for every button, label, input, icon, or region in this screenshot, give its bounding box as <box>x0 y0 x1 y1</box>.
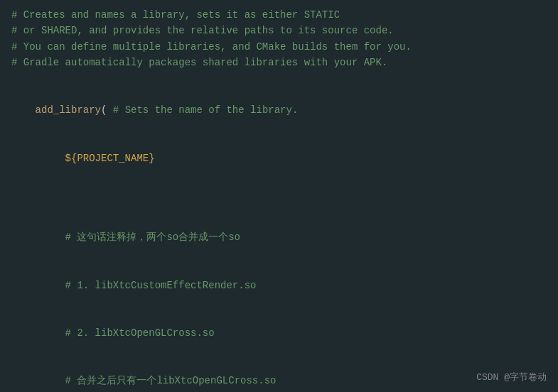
code-line-8: # 1. libXtcCustomEffectRender.so <box>11 261 547 309</box>
keyword-add-library: add_library <box>36 104 101 116</box>
code-line-2: # or SHARED, and provides the relative p… <box>11 23 547 38</box>
comment-text-1: # Creates and names a library, sets it a… <box>11 9 340 21</box>
code-line-7: # 这句话注释掉，两个so合并成一个so <box>11 214 547 261</box>
blank-line-2b <box>11 198 547 214</box>
paren-open: ( <box>101 104 113 116</box>
code-line-1: # Creates and names a library, sets it a… <box>11 7 547 23</box>
code-line-10: # 合并之后只有一个libXtcOpenGLCross.so <box>11 357 547 392</box>
comment-text-2: # or SHARED, and provides the relative p… <box>11 25 394 36</box>
code-line-3: # You can define multiple libraries, and… <box>11 39 547 55</box>
comment-text-4: # Gradle automatically packages shared l… <box>11 57 387 68</box>
blank-line-1 <box>11 71 547 87</box>
comment-text-3: # You can define multiple libraries, and… <box>11 41 412 53</box>
code-line-9: # 2. libXtcOpenGLCross.so <box>11 309 547 356</box>
code-line-4: # Gradle automatically packages shared l… <box>11 55 547 70</box>
comment-sets-name: # Sets the name of the library. <box>113 104 298 116</box>
watermark: CSDN @字节卷动 <box>476 371 547 383</box>
code-container: # Creates and names a library, sets it a… <box>0 0 558 392</box>
comment-chinese-2: # 合并之后只有一个libXtcOpenGLCross.so <box>65 375 277 386</box>
variable-project-name: ${PROJECT_NAME} <box>65 153 155 164</box>
comment-so-2: # 2. libXtcOpenGLCross.so <box>65 327 215 339</box>
comment-chinese-1: # 这句话注释掉，两个so合并成一个so <box>65 232 240 243</box>
code-line-6: ${PROJECT_NAME} <box>11 134 547 182</box>
blank-line-2 <box>11 182 547 197</box>
code-line-5: add_library( # Sets the name of the libr… <box>11 87 547 134</box>
comment-so-1: # 1. libXtcCustomEffectRender.so <box>65 280 257 291</box>
